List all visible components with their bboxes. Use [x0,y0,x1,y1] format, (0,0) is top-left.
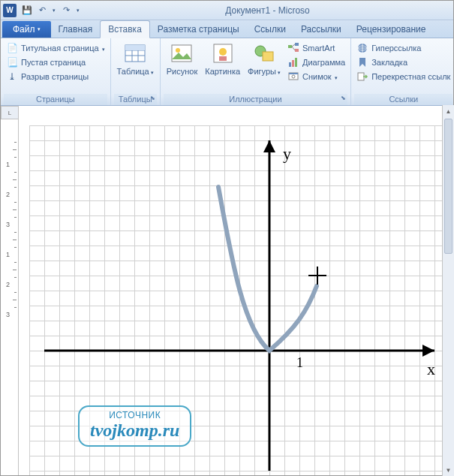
blank-page-label: Пустая страница [21,58,86,67]
undo-icon[interactable]: ↶ [35,4,49,17]
smartart-button[interactable]: SmartArt [285,41,347,55]
scroll-up-icon[interactable]: ▲ [443,105,454,117]
chart-button[interactable]: Диаграмма [285,56,347,69]
vertical-scrollbar[interactable]: ▲ ▼ [442,105,454,476]
watermark: ИСТОЧНИК tvojkomp.ru [78,405,191,447]
svg-rect-24 [358,73,364,80]
watermark-main: tvojkomp.ru [90,420,179,441]
group-tables-label: Таблицы [114,94,157,105]
watermark-top: ИСТОЧНИК [90,410,179,420]
blank-page-icon: 📃 [6,56,18,68]
tab-file[interactable]: Файл [2,21,51,38]
svg-rect-14 [295,43,299,46]
picture-label: Рисунок [167,67,198,76]
page: y x 1 ИСТОЧНИК tvojkomp.ru [29,125,449,476]
svg-rect-16 [289,62,291,67]
picture-icon [170,41,194,65]
chart-label: Диаграмма [302,58,345,67]
svg-rect-12 [263,52,273,61]
bookmark-label: Закладка [371,58,407,67]
page-break-icon: ⤓ [6,71,18,83]
crossref-icon [356,71,368,83]
hyperlink-icon [356,42,368,54]
undo-dropdown[interactable]: ▾ [50,4,58,17]
ruler-corner[interactable]: L [1,106,19,119]
save-icon[interactable]: 💾 [20,4,34,17]
svg-rect-13 [288,45,292,48]
svg-point-9 [219,48,227,56]
clipart-button[interactable]: Картинка [202,40,243,77]
chevron-down-icon [151,67,154,76]
cover-page-icon: 📄 [6,42,18,54]
cover-page-button[interactable]: 📄 Титульная страница [4,41,107,55]
svg-rect-15 [295,49,299,52]
crossref-button[interactable]: Перекрестная ссылк [354,70,452,83]
chevron-down-icon [102,44,105,53]
smartart-label: SmartArt [302,44,335,53]
cover-page-label: Титульная страница [21,44,99,53]
tab-review[interactable]: Рецензирование [349,21,434,38]
x-axis-label: x [427,360,435,378]
table-label: Таблица [117,67,149,76]
x-axis-arrow-icon [422,345,434,357]
bookmark-button[interactable]: Закладка [354,56,452,69]
svg-rect-10 [219,56,227,61]
qat-customize-dropdown[interactable]: ▾ [74,4,82,17]
group-links: Гиперссылка Закладка Перекрестная ссылк … [351,38,454,105]
shapes-icon [252,41,276,65]
page-break-label: Разрыв страницы [21,72,89,81]
shapes-label: Фигуры [248,67,276,76]
picture-button[interactable]: Рисунок [164,40,201,77]
group-pages-label: Страницы [4,94,107,105]
ribbon: 📄 Титульная страница 📃 Пустая страница ⤓… [1,38,453,106]
group-links-label: Ссылки [354,94,452,105]
tab-references[interactable]: Ссылки [247,21,293,38]
svg-rect-17 [292,60,294,67]
scroll-down-icon[interactable]: ▼ [443,464,454,476]
tab-layout[interactable]: Разметка страницы [150,21,247,38]
scroll-thumb[interactable] [444,119,452,254]
crossref-label: Перекрестная ссылк [371,72,450,81]
redo-icon[interactable]: ↷ [59,4,73,17]
svg-rect-20 [289,73,298,74]
page-break-button[interactable]: ⤓ Разрыв страницы [4,70,107,83]
word-app-icon: W [3,4,17,17]
chevron-down-icon [278,67,281,76]
curve-parabola [218,187,317,351]
x-tick-1: 1 [296,355,303,370]
hyperlink-label: Гиперссылка [371,44,421,53]
shapes-button[interactable]: Фигуры [245,40,284,77]
screenshot-button[interactable]: Снимок [285,70,347,83]
vertical-ruler[interactable]: 123123 [1,119,19,476]
blank-page-button[interactable]: 📃 Пустая страница [4,56,107,69]
tab-home[interactable]: Главная [51,21,101,38]
group-illustrations: Рисунок Картинка Фигуры SmartA [161,38,351,105]
chevron-down-icon [335,72,338,81]
svg-point-7 [176,48,180,53]
clipart-icon [211,41,235,65]
window-title: Документ1 - Microso [82,5,453,16]
screenshot-icon [287,71,299,83]
group-illustrations-label: Иллюстрации [164,94,347,105]
smartart-icon [287,42,299,54]
quick-access-toolbar: 💾 ↶ ▾ ↷ ▾ [20,4,82,17]
table-icon [123,41,147,65]
tab-insert[interactable]: Вставка [100,20,150,38]
screenshot-label: Снимок [302,72,332,81]
document-area[interactable]: y x 1 ИСТОЧНИК tvojkomp.ru [19,119,453,476]
group-tables: Таблица Таблицы [111,38,161,105]
y-axis-arrow-icon [263,140,275,152]
title-bar: W 💾 ↶ ▾ ↷ ▾ Документ1 - Microso [1,1,453,20]
table-button[interactable]: Таблица [114,40,157,77]
y-axis-label: y [283,144,291,163]
svg-rect-18 [295,58,297,67]
ribbon-tabs: Файл Главная Вставка Разметка страницы С… [1,20,453,38]
clipart-label: Картинка [205,67,240,76]
tab-mailings[interactable]: Рассылки [293,21,349,38]
insertion-cursor-icon [308,267,326,285]
chart-icon [287,56,299,68]
svg-rect-5 [125,45,145,50]
group-pages: 📄 Титульная страница 📃 Пустая страница ⤓… [1,38,111,105]
bookmark-icon [356,56,368,68]
hyperlink-button[interactable]: Гиперссылка [354,41,452,55]
